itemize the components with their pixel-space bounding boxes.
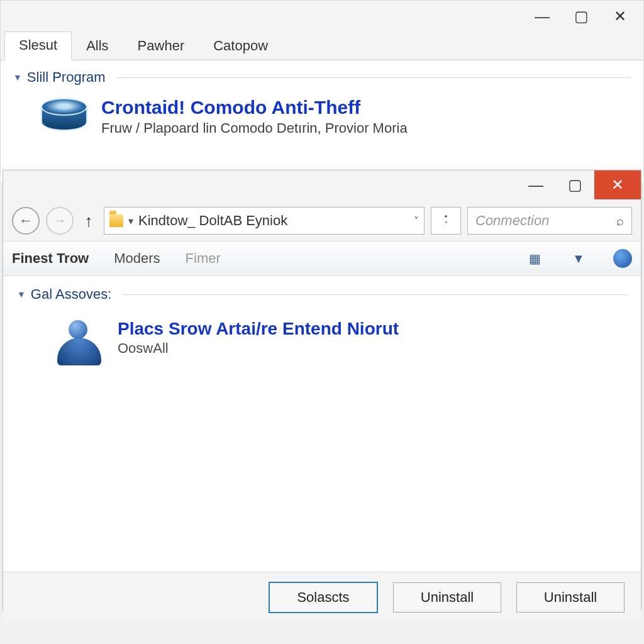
chevron-down-icon: ▾ (128, 215, 133, 227)
tab-pawher[interactable]: Pawher (123, 32, 199, 60)
search-placeholder: Conmection (475, 213, 549, 229)
tab-alls[interactable]: Alls (72, 32, 123, 60)
entry-title: Placs Srow Artai/re Entend Niorut (118, 319, 399, 339)
refresh-button[interactable]: • ˅ (431, 207, 461, 235)
folder-icon (109, 214, 123, 227)
arrow-right-icon: → (53, 213, 67, 229)
close-button[interactable]: ✕ (594, 170, 641, 199)
up-button[interactable]: ↑ (80, 208, 97, 233)
navigation-row: ← → ↑ ▾ Kindtow_ DoltAB Eyniok ˅ • ˅ Con… (3, 203, 641, 241)
explorer-toolbar: Finest Trow Moders Fimer ▦ ▼ (3, 241, 641, 276)
minimize-button[interactable]: — (516, 170, 555, 199)
section-label: Slill Program (27, 69, 106, 86)
minimize-button[interactable]: — (523, 4, 562, 29)
tab-catopow[interactable]: Catopow (199, 32, 282, 60)
list-item[interactable]: Placs Srow Artai/re Entend Niorut OoswAl… (55, 319, 627, 368)
section-header-gal[interactable]: ▼ Gal Assoves: (17, 286, 627, 303)
program-item[interactable]: Crontaid! Comodo Anti-Theff Fruw / Plapo… (38, 97, 631, 137)
uninstall-button-1[interactable]: Uninstall (393, 582, 501, 613)
close-button[interactable]: ✕ (601, 4, 640, 29)
toolbar-item-moders[interactable]: Moders (114, 250, 160, 267)
footer-buttons: Solascts Uninstall Uninstall (3, 572, 641, 623)
program-title: Crontaid! Comodo Anti-Theff (101, 97, 408, 118)
tab-strip: Slesut Alls Pawher Catopow (1, 32, 643, 60)
background-window: — ▢ ✕ Slesut Alls Pawher Catopow ▼ Slill… (0, 0, 644, 176)
dropdown-icon[interactable]: ▼ (569, 249, 588, 268)
view-options-icon[interactable]: ▦ (525, 249, 544, 268)
search-icon: ⌕ (616, 214, 624, 228)
toolbar-item-fimer[interactable]: Fimer (186, 250, 221, 267)
section-rule (123, 294, 627, 295)
program-subtitle: Fruw / Plapoard lin Comodo Detırin, Prov… (101, 120, 408, 136)
maximize-button[interactable]: ▢ (555, 170, 594, 199)
forward-button[interactable]: → (46, 207, 74, 235)
section-header-programs[interactable]: ▼ Slill Program (13, 69, 631, 86)
address-text: Kindtow_ DoltAB Eyniok (138, 213, 287, 229)
address-bar[interactable]: ▾ Kindtow_ DoltAB Eyniok ˅ (104, 207, 425, 235)
disc-icon (38, 97, 87, 137)
address-dropdown-icon[interactable]: ˅ (414, 215, 419, 227)
window2-titlebar: — ▢ ✕ (3, 170, 641, 203)
user-avatar-icon[interactable] (613, 249, 632, 268)
section-rule (117, 77, 631, 78)
section-label: Gal Assoves: (31, 286, 111, 303)
back-button[interactable]: ← (12, 207, 40, 235)
search-input[interactable]: Conmection ⌕ (467, 207, 632, 235)
tab-slesut[interactable]: Slesut (4, 31, 72, 60)
toolbar-item-finest[interactable]: Finest Trow (12, 250, 89, 267)
window1-titlebar: — ▢ ✕ (1, 1, 643, 32)
window1-content: ▼ Slill Program Crontaid! Comodo Anti-Th… (1, 60, 643, 182)
entry-text: Placs Srow Artai/re Entend Niorut OoswAl… (118, 319, 399, 357)
collapse-triangle-icon: ▼ (17, 289, 26, 299)
collapse-triangle-icon: ▼ (13, 72, 22, 82)
chevron-down-icon: ˅ (444, 221, 448, 230)
maximize-button[interactable]: ▢ (562, 4, 601, 29)
person-icon (55, 319, 104, 368)
arrow-up-icon: ↑ (85, 211, 93, 231)
program-text: Crontaid! Comodo Anti-Theff Fruw / Plapo… (101, 97, 408, 136)
uninstall-button-2[interactable]: Uninstall (516, 582, 625, 613)
dot-icon: • (445, 212, 448, 221)
arrow-left-icon: ← (19, 213, 33, 229)
explorer-window: — ▢ ✕ ← → ↑ ▾ Kindtow_ DoltAB Eyniok ˅ •… (3, 170, 641, 610)
entry-subtitle: OoswAll (118, 340, 399, 357)
explorer-content: ▼ Gal Assoves: Placs Srow Artai/re Enten… (3, 276, 641, 572)
solascts-button[interactable]: Solascts (269, 582, 378, 613)
